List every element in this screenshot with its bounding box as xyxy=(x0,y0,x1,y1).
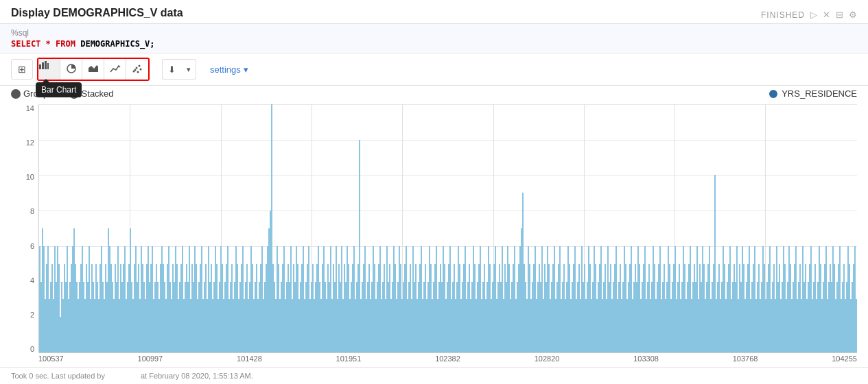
sql-table-name: DEMOGRAPHICS_V; xyxy=(80,39,154,49)
page-title: Display DEMOGRAPHICS_V data xyxy=(11,7,857,19)
table-view-button[interactable]: ⊞ xyxy=(11,59,33,80)
line-chart-icon xyxy=(110,63,121,76)
svg-point-6 xyxy=(136,67,138,69)
sql-select-keyword: SELECT xyxy=(11,39,40,49)
grid-icon[interactable]: ⊟ xyxy=(836,10,843,20)
svg-point-10 xyxy=(137,71,139,73)
svg-rect-0 xyxy=(39,64,41,69)
stop-icon[interactable]: ✕ xyxy=(823,10,830,20)
legend-label: YRS_RESIDENCE xyxy=(782,88,857,99)
svg-rect-1 xyxy=(42,62,44,69)
pie-chart-button[interactable] xyxy=(60,59,82,80)
run-icon[interactable]: ▷ xyxy=(810,10,817,20)
y-axis: 14 12 10 8 6 4 2 0 xyxy=(11,104,38,367)
legend-dot xyxy=(769,90,777,98)
x-axis: 100537 100997 101428 101951 102382 10282… xyxy=(38,353,857,367)
sql-star: * xyxy=(46,39,56,49)
footer: Took 0 sec. Last updated by at February … xyxy=(0,367,868,384)
svg-rect-2 xyxy=(45,61,47,69)
settings-arrow-icon: ▾ xyxy=(244,64,248,75)
gear-icon[interactable]: ⚙ xyxy=(849,10,857,20)
scatter-chart-button[interactable] xyxy=(126,59,148,80)
bar-chart-icon xyxy=(38,61,49,72)
line-chart-button[interactable] xyxy=(104,59,126,80)
area-chart-icon xyxy=(88,63,99,76)
finished-status: FINISHED xyxy=(761,10,805,20)
stacked-label: Stacked xyxy=(82,88,114,99)
download-icon: ⬇ xyxy=(168,64,176,75)
download-button[interactable]: ⬇ xyxy=(162,59,181,80)
svg-point-9 xyxy=(140,68,142,70)
grouped-radio-circle xyxy=(11,89,21,99)
svg-point-8 xyxy=(139,64,141,67)
scatter-chart-icon xyxy=(132,63,143,76)
footer-text: Took 0 sec. Last updated by at February … xyxy=(11,372,253,380)
sql-prefix: %sql xyxy=(11,28,857,38)
svg-rect-3 xyxy=(47,63,49,69)
svg-point-7 xyxy=(134,69,137,71)
sql-from-keyword: FROM xyxy=(56,39,75,49)
bar-chart-tooltip: Bar Chart xyxy=(36,82,82,97)
download-arrow-button[interactable]: ▾ xyxy=(181,59,196,80)
table-icon: ⊞ xyxy=(18,64,26,75)
bar-chart-button[interactable]: Bar Chart xyxy=(38,59,60,80)
pie-chart-icon xyxy=(66,63,77,76)
settings-button[interactable]: settings ▾ xyxy=(204,59,254,80)
area-chart-button[interactable] xyxy=(82,59,104,80)
settings-label: settings xyxy=(210,64,241,75)
